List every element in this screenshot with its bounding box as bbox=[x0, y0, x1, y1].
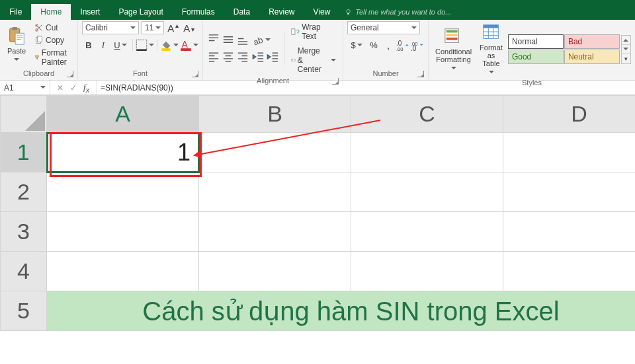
brush-icon bbox=[34, 53, 40, 62]
cell-a3[interactable] bbox=[47, 212, 199, 252]
tab-formulas[interactable]: Formulas bbox=[173, 4, 224, 20]
decrease-decimal-button[interactable]: .00.0 bbox=[411, 38, 424, 52]
alignment-launcher[interactable] bbox=[332, 78, 339, 85]
cell-b4[interactable] bbox=[199, 252, 351, 291]
column-header-d[interactable]: D bbox=[503, 96, 636, 133]
borders-button[interactable] bbox=[136, 38, 154, 52]
style-neutral[interactable]: Neutral bbox=[564, 50, 620, 64]
cell-d3[interactable] bbox=[503, 212, 636, 252]
group-alignment: ab Wrap Text Merge & Center Alignment bbox=[203, 20, 343, 80]
align-center-button[interactable] bbox=[222, 50, 235, 63]
align-bottom-button[interactable] bbox=[236, 33, 249, 46]
accounting-format-button[interactable]: $ bbox=[347, 38, 366, 52]
align-top-button[interactable] bbox=[207, 33, 220, 46]
conditional-formatting-icon bbox=[444, 26, 464, 46]
align-left-button[interactable] bbox=[207, 50, 220, 63]
styles-scroll-down[interactable] bbox=[622, 45, 630, 54]
svg-rect-22 bbox=[291, 59, 295, 61]
comma-button[interactable]: , bbox=[382, 38, 395, 52]
number-format-select[interactable]: General bbox=[347, 21, 420, 34]
insert-function-button[interactable]: fx bbox=[83, 82, 89, 94]
increase-decimal-button[interactable]: .0.00 bbox=[396, 38, 409, 52]
decrease-font-button[interactable]: A▼ bbox=[183, 21, 196, 34]
group-font: Calibri 11 A▲ A▼ B I U A Font bbox=[78, 20, 203, 80]
decrease-indent-button[interactable] bbox=[252, 50, 265, 63]
cell-d2[interactable] bbox=[503, 172, 636, 212]
style-normal[interactable]: Normal bbox=[508, 34, 564, 49]
svg-rect-30 bbox=[446, 38, 457, 40]
font-color-button[interactable]: A bbox=[180, 38, 198, 52]
column-header-a[interactable]: A bbox=[47, 96, 199, 133]
tab-page-layout[interactable]: Page Layout bbox=[109, 4, 172, 20]
wrap-icon bbox=[291, 27, 300, 36]
align-top-icon bbox=[207, 33, 220, 46]
select-all-corner[interactable] bbox=[1, 96, 47, 133]
spreadsheet-grid: A B C D 1 1 2 3 4 5 Cách sử dụng hàm SIN… bbox=[0, 95, 635, 331]
copy-button[interactable]: Copy bbox=[32, 34, 73, 46]
tab-data[interactable]: Data bbox=[224, 4, 259, 20]
font-size-select[interactable]: 11 bbox=[142, 21, 164, 34]
cell-a1[interactable]: 1 bbox=[47, 133, 199, 172]
tab-review[interactable]: Review bbox=[259, 4, 304, 20]
svg-rect-15 bbox=[136, 40, 146, 50]
font-launcher[interactable] bbox=[192, 71, 198, 77]
tell-me-search[interactable]: Tell me what you want to do... bbox=[345, 4, 451, 20]
style-bad[interactable]: Bad bbox=[564, 34, 620, 49]
tab-home[interactable]: Home bbox=[31, 4, 71, 20]
align-middle-button[interactable] bbox=[222, 33, 235, 46]
tab-insert[interactable]: Insert bbox=[71, 4, 109, 20]
font-name-select[interactable]: Calibri bbox=[82, 21, 139, 34]
cell-b1[interactable] bbox=[199, 133, 351, 172]
paste-button[interactable]: Paste bbox=[4, 24, 29, 65]
underline-button[interactable]: U bbox=[111, 38, 130, 52]
wrap-text-button[interactable]: Wrap Text bbox=[288, 21, 339, 42]
cell-styles-gallery[interactable]: Normal Bad Good Neutral bbox=[508, 34, 620, 64]
column-header-c[interactable]: C bbox=[351, 96, 503, 133]
row-header-1[interactable]: 1 bbox=[1, 133, 47, 172]
format-painter-button[interactable]: Format Painter bbox=[32, 47, 73, 68]
italic-button[interactable]: I bbox=[97, 38, 110, 52]
fill-color-button[interactable] bbox=[160, 38, 179, 52]
formula-cancel-button[interactable]: ✕ bbox=[57, 83, 64, 92]
row-header-5[interactable]: 5 bbox=[1, 291, 47, 331]
svg-text:.00: .00 bbox=[396, 46, 403, 52]
cell-a4[interactable] bbox=[47, 252, 199, 291]
number-launcher[interactable] bbox=[417, 71, 424, 77]
column-header-b[interactable]: B bbox=[199, 96, 351, 133]
bold-button[interactable]: B bbox=[82, 38, 95, 52]
tab-view[interactable]: View bbox=[304, 4, 340, 20]
tab-file[interactable]: File bbox=[0, 4, 31, 20]
bucket-icon bbox=[160, 39, 172, 51]
row-header-3[interactable]: 3 bbox=[1, 212, 47, 252]
styles-scroll-up[interactable] bbox=[622, 36, 630, 45]
row-header-4[interactable]: 4 bbox=[1, 252, 47, 291]
cell-c2[interactable] bbox=[351, 172, 503, 212]
svg-rect-1 bbox=[347, 13, 349, 14]
cell-b3[interactable] bbox=[199, 212, 351, 252]
format-as-table-button[interactable]: Format as Table bbox=[477, 21, 505, 77]
svg-point-0 bbox=[347, 9, 351, 13]
styles-more[interactable]: ▾ bbox=[622, 54, 630, 63]
align-right-button[interactable] bbox=[236, 50, 249, 63]
increase-font-icon: A▲ bbox=[167, 21, 180, 34]
conditional-formatting-button[interactable]: Conditional Formatting bbox=[433, 25, 474, 73]
increase-font-button[interactable]: A▲ bbox=[167, 21, 180, 34]
cell-d1[interactable] bbox=[503, 133, 636, 172]
cell-c4[interactable] bbox=[351, 252, 503, 291]
cell-c1[interactable] bbox=[351, 133, 503, 172]
name-box[interactable]: A1 bbox=[0, 81, 50, 94]
orientation-button[interactable]: ab bbox=[252, 33, 271, 46]
percent-button[interactable]: % bbox=[367, 38, 380, 52]
merge-center-button[interactable]: Merge & Center bbox=[288, 45, 339, 75]
style-good[interactable]: Good bbox=[508, 50, 564, 64]
cell-d4[interactable] bbox=[503, 252, 636, 291]
cell-a2[interactable] bbox=[47, 172, 199, 212]
cut-button[interactable]: Cut bbox=[32, 22, 73, 34]
clipboard-launcher[interactable] bbox=[67, 71, 73, 77]
increase-indent-button[interactable] bbox=[267, 50, 280, 63]
cell-b2[interactable] bbox=[199, 172, 351, 212]
row-header-2[interactable]: 2 bbox=[1, 172, 47, 212]
cell-c3[interactable] bbox=[351, 212, 503, 252]
formula-enter-button[interactable]: ✓ bbox=[70, 83, 77, 92]
banner-cell[interactable]: Cách sử dụng hàm SIN trong Excel bbox=[47, 291, 636, 331]
